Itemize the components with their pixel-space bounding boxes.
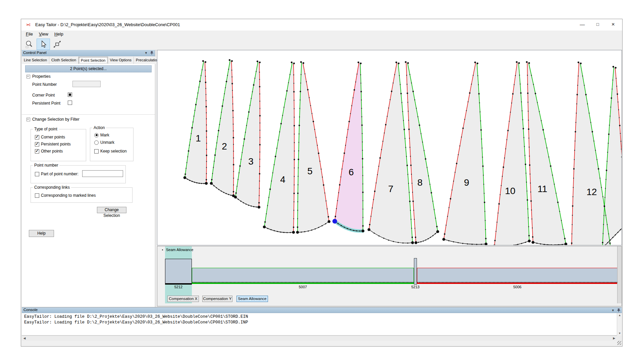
scroll-right-icon[interactable]: ▶ <box>611 336 617 341</box>
piece-number-label: 8 <box>417 177 423 188</box>
cursor-icon <box>39 40 48 49</box>
mode-button-compensation-y[interactable]: Compensation Y <box>202 296 232 302</box>
window-title: Easy Tailor - D:\2_Projekte\Easy\2020\03… <box>35 22 180 27</box>
option-keep-selection[interactable]: Keep selection <box>94 149 127 154</box>
scroll-down-icon[interactable]: ▼ <box>617 332 622 335</box>
pattern-piece-4[interactable] <box>264 63 294 233</box>
pattern-piece-9[interactable] <box>444 63 486 244</box>
minimize-button[interactable]: — <box>575 19 590 31</box>
select-tool-button[interactable] <box>37 39 50 50</box>
panel-menu-icon[interactable]: ▼ <box>611 309 614 312</box>
option-other-points[interactable]: Other points <box>35 149 63 154</box>
console-vertical-scrollbar[interactable]: ▲ ▼ <box>617 313 622 336</box>
piece-number-label: 10 <box>505 186 515 196</box>
title-bar: ✂ Easy Tailor - D:\2_Projekte\Easy\2020\… <box>21 19 622 31</box>
filter-header: Change Selection by Filter <box>32 117 79 122</box>
pattern-piece-5[interactable] <box>298 63 329 232</box>
point-number-legend: Point number <box>33 163 59 168</box>
corner-point-checkbox[interactable] <box>68 93 72 97</box>
menu-file[interactable]: File <box>23 31 36 38</box>
scroll-left-icon[interactable]: ◀ <box>22 336 27 341</box>
option-persistent-points[interactable]: Persistent points <box>35 142 71 146</box>
collapse-icon[interactable] <box>26 75 30 78</box>
control-panel: Control Panel ▼ Line SelectionCloth Sele… <box>22 50 155 307</box>
control-panel-tabs: Line SelectionCloth SelectionPoint Selec… <box>22 57 155 64</box>
persistent-point-checkbox[interactable] <box>68 101 72 105</box>
selection-summary[interactable]: 2 Point(s) selected... <box>25 65 152 72</box>
menu-help[interactable]: Help <box>51 31 66 38</box>
pin-icon[interactable] <box>617 308 621 312</box>
tab-view-options[interactable]: View Options <box>108 57 134 64</box>
seam-segment-5212[interactable] <box>165 259 192 285</box>
part-of-point-number-option[interactable]: Part of point number: <box>35 172 78 176</box>
radio-unmark[interactable]: Unmark <box>94 140 114 145</box>
part-of-point-number-checkbox[interactable] <box>35 172 39 176</box>
piece-number-label: 5 <box>307 166 313 176</box>
menu-view[interactable]: View <box>36 31 51 38</box>
option-corner-points[interactable]: Corner points <box>35 135 65 139</box>
pattern-piece-6[interactable] <box>335 63 363 231</box>
piece-number-label: 1 <box>196 133 201 143</box>
action-legend: Action <box>92 125 106 130</box>
fit-view-tool-button[interactable] <box>51 39 64 50</box>
piece-number-label: 3 <box>248 156 254 167</box>
point-number-filter-input[interactable] <box>82 170 123 177</box>
pattern-piece-11[interactable] <box>527 63 566 245</box>
pattern-piece-3[interactable] <box>235 62 260 207</box>
tab-line-selection[interactable]: Line Selection <box>22 57 49 64</box>
properties-expander[interactable]: Properties <box>26 74 51 79</box>
pattern-piece-2[interactable] <box>211 61 233 196</box>
piece-number-label: 6 <box>348 167 354 177</box>
console-header: Console ▼ <box>22 307 622 313</box>
properties-header: Properties <box>32 74 51 79</box>
filter-expander[interactable]: Change Selection by Filter <box>26 117 79 122</box>
piece-number-label: 4 <box>280 174 285 185</box>
selected-point[interactable] <box>332 219 337 224</box>
zoom-tool-button[interactable] <box>22 39 36 50</box>
panel-handle[interactable] <box>162 249 163 250</box>
point-number-group: Point number Part of point number: <box>31 165 126 183</box>
type-of-point-legend: Type of point <box>33 127 59 131</box>
scroll-up-icon[interactable]: ▲ <box>617 314 622 317</box>
piece-number-label: 11 <box>537 184 547 194</box>
point-number-input[interactable] <box>72 81 101 87</box>
seam-segment-5213[interactable] <box>414 258 417 285</box>
app-window: ✂ Easy Tailor - D:\2_Projekte\Easy\2020\… <box>21 19 623 347</box>
app-scissors-icon: ✂ <box>26 21 31 28</box>
seam-segment-5006[interactable] <box>417 268 618 284</box>
help-button[interactable]: Help <box>29 230 54 237</box>
pattern-canvas[interactable]: 123456789101112 <box>157 50 622 245</box>
console-line: EasyTailor: Loading file D:\2_Projekte\E… <box>24 314 617 320</box>
mode-button-seam-allowance[interactable]: Seam Allowance <box>236 296 268 302</box>
seam-segment-5007[interactable] <box>192 268 414 284</box>
seam-panel-scrollbar[interactable] <box>617 246 622 303</box>
collapse-icon[interactable] <box>26 118 30 121</box>
corresponding-option[interactable]: Corresponding to marked lines <box>35 193 96 198</box>
piece-number-label: 12 <box>586 187 597 197</box>
point-number-label: Point Number <box>32 82 57 87</box>
mode-button-compensation-x[interactable]: Compensation X <box>167 296 199 302</box>
console-horizontal-scrollbar[interactable]: ◀ ▶ <box>22 336 617 341</box>
corresponding-links-legend: Corresponding links <box>33 185 71 190</box>
divider <box>22 114 155 115</box>
console-title: Console <box>23 308 38 312</box>
corresponding-checkbox[interactable] <box>35 193 39 198</box>
tab-point-selection[interactable]: Point Selection <box>78 57 108 64</box>
segment-label-5006: 5006 <box>410 285 622 289</box>
pattern-piece-1[interactable] <box>185 62 207 184</box>
console-line: EasyTailor: Loading file D:\2_Projekte\E… <box>24 320 617 325</box>
pin-icon[interactable] <box>150 51 154 55</box>
persistent-point-label: Persistent Point <box>32 101 60 106</box>
tab-cloth-selection[interactable]: Cloth Selection <box>49 57 78 64</box>
close-button[interactable]: × <box>605 19 621 31</box>
pattern-piece-10[interactable] <box>494 63 529 245</box>
resize-grip[interactable] <box>617 341 621 345</box>
change-selection-button[interactable]: Change Selection <box>97 207 126 213</box>
fit-view-icon <box>53 40 62 49</box>
scrollbar-corner <box>617 336 622 341</box>
seam-allowance-panel: Seam Allowance 5212 5007 5213 5006 Compe… <box>157 246 622 306</box>
panel-menu-icon[interactable]: ▼ <box>145 51 148 55</box>
maximize-button[interactable]: □ <box>590 19 605 31</box>
status-bar <box>22 341 622 346</box>
radio-mark[interactable]: Mark <box>94 133 109 137</box>
